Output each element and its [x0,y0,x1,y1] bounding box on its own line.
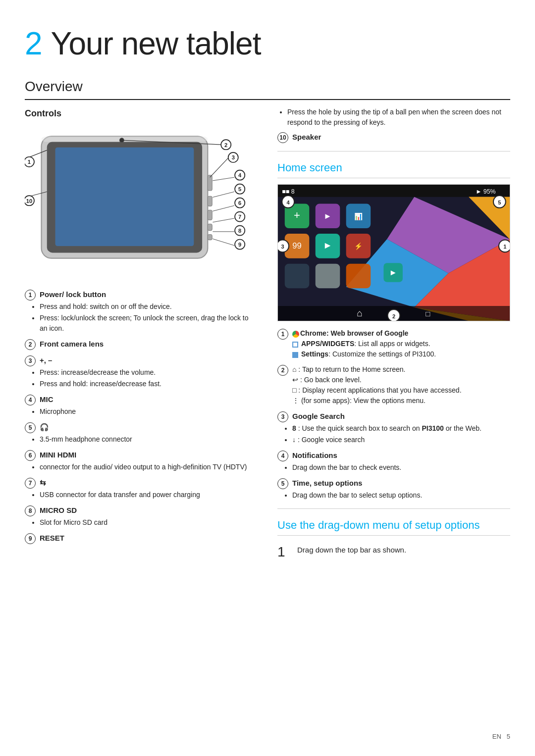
svg-rect-64 [346,264,371,289]
svg-text:5: 5 [498,200,501,205]
svg-text:2: 2 [392,313,395,319]
hs-item-3: 3 Google Search 8 : Use the quick search… [277,411,510,445]
chapter-number: 2 [25,26,42,61]
controls-title: Controls [25,107,258,120]
item-8-bullets: Slot for Micro SD card [40,517,258,528]
svg-text:9: 9 [238,242,241,248]
svg-text:►: ► [323,240,332,251]
svg-text:□: □ [426,309,430,318]
footer-page: 5 [507,733,510,740]
step-1-num: 1 [277,542,291,562]
settings-icon [292,352,298,358]
chrome-icon [292,331,299,338]
item-7: 7 ⇆ USB connector for data transfer and … [25,477,258,500]
svg-rect-7 [208,224,212,230]
svg-text:►: ► [323,211,331,220]
item-3-title: +, – [40,355,52,366]
svg-line-16 [210,157,229,177]
hs-item-4-bullets: Drag down the bar to check events. [292,462,510,473]
svg-text:8: 8 [238,228,241,234]
num-7: 7 [25,478,36,489]
svg-rect-3 [42,136,208,142]
svg-text:6: 6 [238,200,241,206]
item-9-title: RESET [40,533,64,544]
item-10: Press the hole by using the tip of a bal… [277,107,510,143]
item-10-title: Speaker [292,132,321,143]
hs-num-2: 2 [277,365,288,376]
svg-text:⌂: ⌂ [357,308,363,318]
svg-line-36 [213,205,234,211]
svg-line-35 [213,192,234,197]
item-6-title: MINI HDMI [40,450,76,461]
item-7-title: ⇆ [40,477,46,489]
svg-text:5: 5 [238,186,241,192]
hs-num-5: 5 [277,478,288,489]
step-1-text: Drag down the top bar as shown. [297,542,406,556]
num-5: 5 [25,422,36,433]
hs-item-5: 5 Time, setup options Drag down the bar … [277,478,510,501]
item-6: 6 MINI HDMI connector for the audio/ vid… [25,450,258,472]
apps-icon [292,342,298,348]
item-1-title: Power/ lock button [40,289,106,301]
svg-rect-63 [316,264,340,289]
svg-text:99: 99 [292,241,301,250]
hs-item-3-title: Google Search [292,411,345,422]
svg-rect-6 [208,210,212,220]
svg-rect-5 [208,196,212,206]
svg-line-34 [213,177,234,181]
drag-down-title: Use the drag-down menu of setup options [277,517,510,536]
item-4: 4 MIC Microphone [25,394,258,417]
hs-item-3-bullets: 8 : Use the quick search box to search o… [292,423,510,445]
chapter-title: Your new tablet [51,26,261,61]
footer-lang: EN [492,733,501,740]
item-6-bullets: connector for the audio/ video output to… [40,462,258,472]
svg-text:2: 2 [224,142,227,148]
overview-title: Overview [25,76,510,100]
home-screen-title: Home screen [277,159,510,178]
divider-1 [277,151,510,151]
item-4-title: MIC [40,394,54,405]
svg-rect-8 [208,234,212,240]
item-4-bullets: Microphone [40,406,258,417]
num-8: 8 [25,505,36,516]
svg-text:► 95%: ► 95% [476,188,495,195]
divider-2 [277,508,510,509]
svg-rect-2 [55,148,194,246]
item-5-bullets: 3.5-mm headphone connector [40,434,258,445]
num-2: 2 [25,339,36,350]
item-9: 9 RESET [25,533,258,544]
svg-text:7: 7 [238,214,241,220]
item-1-bullets: Press and hold: switch on or off the dev… [40,302,258,334]
right-column: Press the hole by using the tip of a bal… [277,107,510,567]
page-footer: EN 5 [492,732,510,742]
num-1: 1 [25,290,36,301]
hs-item-1-text: Chrome: Web browser of Google APPS/WIDGE… [292,328,436,359]
svg-text:4: 4 [238,172,242,178]
svg-text:3: 3 [281,244,284,250]
svg-line-37 [213,218,234,222]
item-8: 8 MICRO SD Slot for Micro SD card [25,505,258,528]
svg-rect-62 [285,264,310,289]
page-title: 2Your new tablet [25,20,510,67]
item-2: 2 Front camera lens [25,339,258,350]
item-5: 5 🎧 3.5-mm headphone connector [25,422,258,445]
hs-item-1: 1 Chrome: Web browser of Google APPS/WID… [277,328,510,359]
home-screen-mockup-container: ■■ 8 ► 95% + ► [277,184,510,321]
item-3-bullets: Press: increase/decrease the volume. Pre… [40,367,258,389]
hs-item-2: 2 ⌂ : Tap to return to the Home screen. … [277,364,510,406]
svg-text:10: 10 [26,198,32,204]
svg-line-39 [213,239,234,245]
num-4: 4 [25,395,36,405]
item-8-title: MICRO SD [40,505,77,516]
num-10: 10 [277,132,288,143]
svg-text:4: 4 [287,200,290,205]
item-7-bullets: USB connector for data transfer and powe… [40,490,258,500]
num-6: 6 [25,450,36,461]
step-1: 1 Drag down the top bar as shown. [277,542,510,562]
svg-text:1: 1 [28,159,31,165]
svg-text:3: 3 [232,154,235,160]
num-3: 3 [25,355,36,366]
overview-section: Overview Controls [25,76,510,567]
svg-rect-4 [208,175,212,191]
hs-item-4-title: Notifications [292,450,337,461]
